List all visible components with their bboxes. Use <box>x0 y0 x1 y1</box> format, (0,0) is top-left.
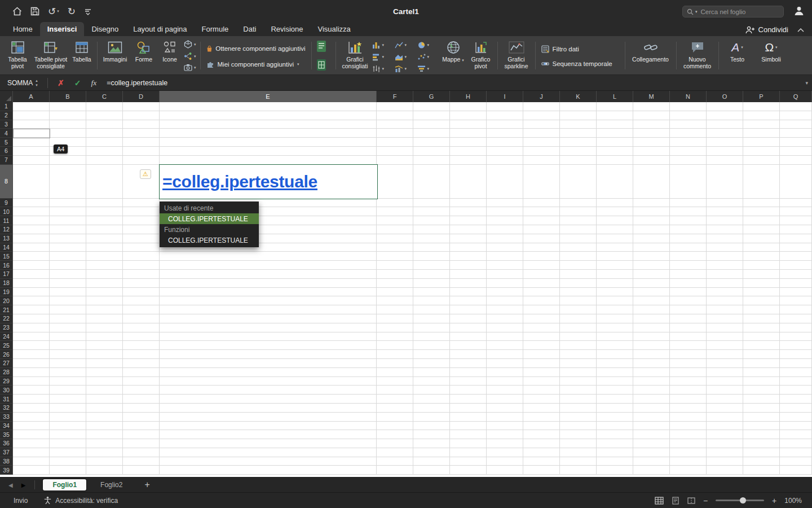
cell-K38[interactable] <box>560 457 597 466</box>
cell-O36[interactable] <box>707 439 743 448</box>
cell-H30[interactable] <box>450 386 487 395</box>
cell-D32[interactable] <box>123 404 160 413</box>
cell-B28[interactable] <box>50 368 86 377</box>
cell-L26[interactable] <box>597 350 633 359</box>
cell-P27[interactable] <box>743 359 780 368</box>
cell-J26[interactable] <box>523 350 560 359</box>
row-header-25[interactable]: 25 <box>0 341 13 350</box>
cell-L6[interactable] <box>597 147 633 156</box>
cell-F4[interactable] <box>377 129 413 138</box>
cell-A6[interactable] <box>13 147 50 156</box>
cell-M20[interactable] <box>633 296 670 305</box>
cell-D13[interactable] <box>123 234 160 243</box>
cell-I18[interactable] <box>487 279 523 288</box>
cell-P3[interactable] <box>743 120 780 129</box>
cell-G21[interactable] <box>413 305 450 314</box>
cell-D14[interactable] <box>123 243 160 252</box>
row-header-13[interactable]: 13 <box>0 234 13 243</box>
row-header-30[interactable]: 30 <box>0 386 13 395</box>
cell-D20[interactable] <box>123 296 160 305</box>
confirm-entry-button[interactable]: ✓ <box>74 78 81 87</box>
cell-E5[interactable] <box>160 138 377 147</box>
cell-E1[interactable] <box>160 102 377 111</box>
cell-G31[interactable] <box>413 395 450 404</box>
cell-F3[interactable] <box>377 120 413 129</box>
cell-G25[interactable] <box>413 341 450 350</box>
error-checking-warning-icon[interactable]: ⚠ <box>140 169 151 179</box>
cell-J38[interactable] <box>523 457 560 466</box>
cell-K18[interactable] <box>560 279 597 288</box>
cell-C26[interactable] <box>86 350 123 359</box>
column-header-G[interactable]: G <box>413 91 450 102</box>
cancel-entry-button[interactable]: ✗ <box>58 78 64 87</box>
cell-F2[interactable] <box>377 111 413 120</box>
cell-L10[interactable] <box>597 207 633 216</box>
cell-H32[interactable] <box>450 404 487 413</box>
cell-C35[interactable] <box>86 430 123 439</box>
row-header-1[interactable]: 1 <box>0 102 13 111</box>
cell-P11[interactable] <box>743 216 780 225</box>
cell-I5[interactable] <box>487 138 523 147</box>
cell-K3[interactable] <box>560 120 597 129</box>
cell-H28[interactable] <box>450 368 487 377</box>
cell-B3[interactable] <box>50 120 86 129</box>
cell-A3[interactable] <box>13 120 50 129</box>
column-header-I[interactable]: I <box>487 91 523 102</box>
cell-I35[interactable] <box>487 430 523 439</box>
cell-L8[interactable] <box>597 165 633 199</box>
cell-M21[interactable] <box>633 305 670 314</box>
cell-A13[interactable] <box>13 234 50 243</box>
pivot-table-button[interactable]: Tabella pivot <box>2 38 33 75</box>
cell-G17[interactable] <box>413 270 450 279</box>
cell-O25[interactable] <box>707 341 743 350</box>
cell-A14[interactable] <box>13 243 50 252</box>
cell-F24[interactable] <box>377 332 413 341</box>
cell-D27[interactable] <box>123 359 160 368</box>
cell-J16[interactable] <box>523 261 560 270</box>
cell-I33[interactable] <box>487 413 523 422</box>
cell-F20[interactable] <box>377 296 413 305</box>
cell-D15[interactable] <box>123 252 160 261</box>
cell-K12[interactable] <box>560 225 597 234</box>
cell-I11[interactable] <box>487 216 523 225</box>
cell-I23[interactable] <box>487 323 523 332</box>
cell-G35[interactable] <box>413 430 450 439</box>
cell-C8[interactable] <box>86 165 123 199</box>
cell-I30[interactable] <box>487 386 523 395</box>
cell-F7[interactable] <box>377 156 413 165</box>
cell-L20[interactable] <box>597 296 633 305</box>
cell-F15[interactable] <box>377 252 413 261</box>
cell-C1[interactable] <box>86 102 123 111</box>
cell-H1[interactable] <box>450 102 487 111</box>
cell-M12[interactable] <box>633 225 670 234</box>
cell-G22[interactable] <box>413 314 450 323</box>
addin-shortcut-button-1[interactable] <box>316 40 332 52</box>
cell-L16[interactable] <box>597 261 633 270</box>
cell-K5[interactable] <box>560 138 597 147</box>
cell-J8[interactable] <box>523 165 560 199</box>
cell-E25[interactable] <box>160 341 377 350</box>
cell-E35[interactable] <box>160 430 377 439</box>
cell-E19[interactable] <box>160 288 377 297</box>
cell-J10[interactable] <box>523 207 560 216</box>
cell-J21[interactable] <box>523 305 560 314</box>
cell-F25[interactable] <box>377 341 413 350</box>
cell-M11[interactable] <box>633 216 670 225</box>
cell-J39[interactable] <box>523 466 560 475</box>
cell-A28[interactable] <box>13 368 50 377</box>
cell-P31[interactable] <box>743 395 780 404</box>
cell-E17[interactable] <box>160 270 377 279</box>
cell-C9[interactable] <box>86 199 123 208</box>
cell-L2[interactable] <box>597 111 633 120</box>
cell-I24[interactable] <box>487 332 523 341</box>
cell-A19[interactable] <box>13 288 50 297</box>
cell-O21[interactable] <box>707 305 743 314</box>
cell-G23[interactable] <box>413 323 450 332</box>
cell-L32[interactable] <box>597 404 633 413</box>
cell-E36[interactable] <box>160 439 377 448</box>
cell-N11[interactable] <box>670 216 707 225</box>
cell-D7[interactable] <box>123 156 160 165</box>
cell-B37[interactable] <box>50 448 86 457</box>
cell-N18[interactable] <box>670 279 707 288</box>
cell-P26[interactable] <box>743 350 780 359</box>
